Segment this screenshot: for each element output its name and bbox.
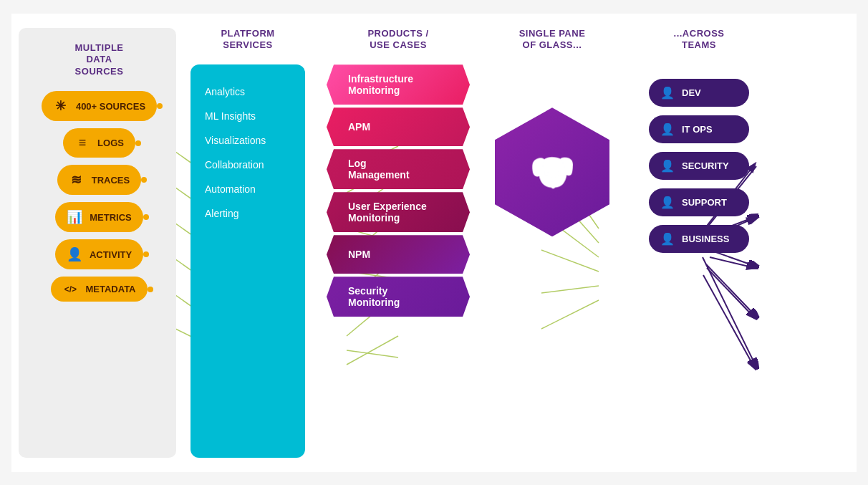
connector-dot	[143, 251, 149, 257]
team-label-support: SUPPORT	[682, 197, 727, 208]
platform-alert: Alerting	[205, 208, 291, 219]
product-label-npm: NPM	[348, 249, 370, 260]
team-dev: 👤 DEV	[649, 79, 749, 107]
connector-dot	[157, 103, 163, 109]
metrics-icon: 📊	[67, 209, 82, 225]
team-label-security: SECURITY	[682, 160, 729, 171]
product-apm: APM	[327, 107, 470, 146]
connector-dot	[141, 177, 147, 183]
source-label-metrics: METRICS	[90, 212, 132, 223]
security-icon: 👤	[660, 159, 675, 173]
teams-header: ...ACROSS TEAMS	[674, 28, 725, 52]
single-pane-column: SINGLE PANE OF GLASS... 🐶	[481, 28, 624, 458]
product-label-apm: APM	[348, 121, 370, 133]
support-icon: 👤	[660, 196, 675, 209]
connector-dot	[135, 140, 141, 146]
team-label-itops: IT OPS	[682, 124, 713, 135]
dog-mascot-icon: 🐶	[529, 150, 576, 194]
product-security: SecurityMonitoring	[327, 277, 470, 317]
platform-header: PLATFORM SERVICES	[221, 28, 274, 52]
main-diagram: MULTIPLE DATA SOURCES ✳ 400+ SOURCES ≡ L…	[11, 14, 857, 472]
business-icon: 👤	[660, 232, 675, 246]
source-item-metrics: 📊 METRICS	[55, 202, 143, 232]
platform-viz: Visualizations	[205, 135, 291, 146]
team-label-dev: DEV	[682, 87, 701, 98]
product-npm: NPM	[327, 235, 470, 274]
source-item-traces: ≋ TRACES	[57, 165, 141, 195]
products-container: InfrastructureMonitoring APM LogManageme…	[327, 64, 470, 320]
mascot-hexagon: 🐶	[495, 107, 609, 236]
connector-dot	[143, 214, 149, 220]
product-label-infra: InfrastructureMonitoring	[348, 73, 413, 96]
source-label-logs: LOGS	[97, 138, 124, 148]
products-header: PRODUCTS / USE CASES	[367, 28, 428, 52]
connector-dot	[148, 287, 153, 292]
source-label-metadata: METADATA	[85, 284, 135, 294]
platform-auto: Automation	[205, 183, 291, 195]
dev-icon: 👤	[660, 86, 675, 100]
source-label-activity: ACTIVITY	[90, 249, 132, 260]
product-infra: InfrastructureMonitoring	[327, 64, 470, 105]
single-pane-header: SINGLE PANE OF GLASS...	[519, 28, 586, 52]
platform-column: PLATFORM SERVICES Analytics ML Insights …	[183, 28, 312, 458]
team-business: 👤 BUSINESS	[649, 225, 749, 253]
teams-column: ...ACROSS TEAMS 👤 DEV 👤 IT OPS 👤 SECURIT…	[627, 28, 771, 458]
team-support: 👤 SUPPORT	[649, 188, 749, 216]
team-label-business: BUSINESS	[682, 234, 729, 244]
product-label-security: SecurityMonitoring	[348, 285, 400, 308]
platform-analytics: Analytics	[205, 86, 291, 97]
source-item-logs: ≡ LOGS	[63, 128, 135, 158]
platform-box: Analytics ML Insights Visualizations Col…	[191, 64, 305, 457]
platform-collab: Collaboration	[205, 159, 291, 171]
sources-icon: ✳	[53, 98, 69, 114]
logs-icon: ≡	[74, 135, 90, 150]
team-itops: 👤 IT OPS	[649, 115, 749, 143]
source-item-activity: 👤 ACTIVITY	[55, 239, 143, 269]
source-item-400: ✳ 400+ SOURCES	[42, 91, 157, 121]
itops-icon: 👤	[660, 123, 675, 136]
product-label-log: LogManagement	[348, 158, 410, 181]
source-label-400: 400+ SOURCES	[76, 101, 145, 112]
products-column: PRODUCTS / USE CASES InfrastructureMonit…	[319, 28, 477, 458]
teams-list: 👤 DEV 👤 IT OPS 👤 SECURITY 👤 SUPPORT 👤 BU…	[649, 79, 749, 253]
sources-column: MULTIPLE DATA SOURCES ✳ 400+ SOURCES ≡ L…	[19, 28, 176, 458]
sources-header: MULTIPLE DATA SOURCES	[74, 42, 123, 79]
traces-icon: ≋	[69, 172, 85, 188]
platform-ml: ML Insights	[205, 110, 291, 122]
activity-icon: 👤	[67, 246, 82, 262]
source-label-traces: TRACES	[92, 175, 130, 186]
product-log: LogManagement	[327, 149, 470, 189]
metadata-icon: </>	[62, 284, 78, 294]
product-label-ux: User ExperienceMonitoring	[348, 201, 427, 224]
team-security: 👤 SECURITY	[649, 152, 749, 180]
source-item-metadata: </> METADATA	[51, 277, 147, 302]
product-ux: User ExperienceMonitoring	[327, 192, 470, 232]
